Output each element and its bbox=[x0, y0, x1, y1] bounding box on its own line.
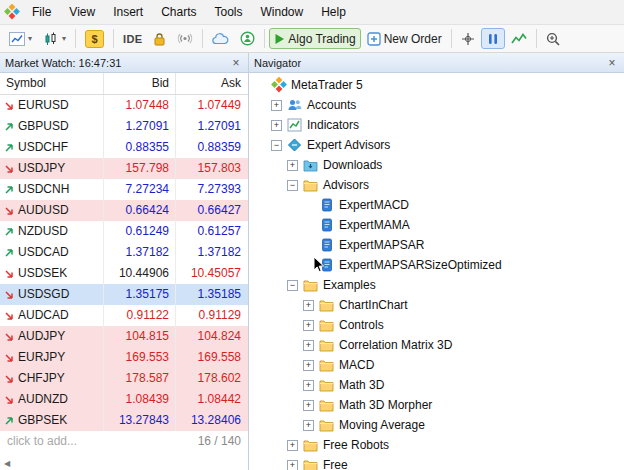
collapse-icon[interactable]: − bbox=[287, 280, 298, 291]
tree-item-math-3d[interactable]: +Math 3D bbox=[249, 375, 624, 395]
market-watch-row[interactable]: AUDJPY104.815104.824 bbox=[0, 326, 248, 347]
tree-item-expertmapsarsizeoptimized[interactable]: ExpertMAPSARSizeOptimized bbox=[249, 255, 624, 275]
market-watch-titlebar[interactable]: Market Watch: 16:47:31 × bbox=[0, 53, 248, 73]
tree-item-indicators[interactable]: +Indicators bbox=[249, 115, 624, 135]
bid-cell: 1.07448 bbox=[104, 95, 176, 116]
tree-item-expertmama[interactable]: ExpertMAMA bbox=[249, 215, 624, 235]
menu-item-charts[interactable]: Charts bbox=[152, 1, 205, 23]
tree-item-controls[interactable]: +Controls bbox=[249, 315, 624, 335]
tree-item-accounts[interactable]: +Accounts bbox=[249, 95, 624, 115]
tree-item-chartinchart[interactable]: +ChartInChart bbox=[249, 295, 624, 315]
tick-down-icon bbox=[0, 284, 18, 305]
tree-item-label: Free Robots bbox=[323, 438, 389, 452]
tree-item-math-3d-morpher[interactable]: +Math 3D Morpher bbox=[249, 395, 624, 415]
expand-icon[interactable]: + bbox=[303, 320, 314, 331]
tree-item-expertmacd[interactable]: ExpertMACD bbox=[249, 195, 624, 215]
chart-type-button[interactable]: ▾ bbox=[38, 28, 71, 49]
new-chart-button[interactable]: ▾ bbox=[4, 28, 37, 49]
expand-icon[interactable]: + bbox=[303, 300, 314, 311]
tree-item-moving-average[interactable]: +Moving Average bbox=[249, 415, 624, 435]
market-watch-row[interactable]: USDSGD1.351751.35185 bbox=[0, 284, 248, 305]
tick-down-icon bbox=[0, 326, 18, 347]
market-watch-row[interactable]: USDCAD1.371821.37182 bbox=[0, 242, 248, 263]
tree-item-downloads[interactable]: +Downloads bbox=[249, 155, 624, 175]
market-watch-row[interactable]: EURUSD1.074481.07449 bbox=[0, 95, 248, 116]
scroll-left-icon[interactable]: ◀ bbox=[4, 459, 10, 468]
tree-item-free[interactable]: +Free bbox=[249, 455, 624, 470]
ask-cell: 10.45057 bbox=[176, 263, 247, 284]
tree-item-label: Free bbox=[323, 458, 348, 470]
cloud-button[interactable] bbox=[207, 28, 234, 49]
market-watch-row[interactable]: AUDUSD0.664240.66427 bbox=[0, 200, 248, 221]
symbols-button[interactable]: $ bbox=[80, 28, 109, 49]
click-to-add[interactable]: click to add... bbox=[7, 431, 77, 451]
expand-icon[interactable]: + bbox=[271, 120, 282, 131]
close-icon[interactable]: × bbox=[229, 56, 243, 70]
market-watch-row[interactable]: USDSEK10.4490610.45057 bbox=[0, 263, 248, 284]
tree-item-expertmapsar[interactable]: ExpertMAPSAR bbox=[249, 235, 624, 255]
folder-icon bbox=[318, 419, 335, 432]
accounts-icon bbox=[286, 98, 303, 112]
expand-icon[interactable]: + bbox=[287, 440, 298, 451]
expand-icon[interactable]: + bbox=[271, 100, 282, 111]
menu-item-insert[interactable]: Insert bbox=[104, 1, 152, 23]
market-watch-row[interactable]: AUDCAD0.911220.91129 bbox=[0, 305, 248, 326]
new-order-button[interactable]: New Order bbox=[362, 28, 447, 49]
navigator-title: Navigator bbox=[254, 57, 301, 69]
tree-item-label: Accounts bbox=[307, 98, 356, 112]
ea-icon bbox=[318, 238, 335, 252]
market-watch-row[interactable]: USDCHF0.883550.88359 bbox=[0, 137, 248, 158]
collapse-icon[interactable]: − bbox=[271, 140, 282, 151]
column-header-ask[interactable]: Ask bbox=[176, 73, 247, 94]
bid-cell: 1.35175 bbox=[104, 284, 176, 305]
signals-button[interactable] bbox=[172, 28, 198, 49]
expand-icon[interactable]: + bbox=[303, 400, 314, 411]
zoom-in-button[interactable] bbox=[541, 28, 565, 49]
market-watch-row[interactable]: USDJPY157.798157.803 bbox=[0, 158, 248, 179]
expand-icon[interactable]: + bbox=[303, 360, 314, 371]
close-icon[interactable]: × bbox=[605, 56, 619, 70]
tree-item-examples[interactable]: −Examples bbox=[249, 275, 624, 295]
tree-item-expert-advisors[interactable]: −Expert Advisors bbox=[249, 135, 624, 155]
tree-item-macd[interactable]: +MACD bbox=[249, 355, 624, 375]
expand-icon[interactable]: + bbox=[287, 160, 298, 171]
menu-item-file[interactable]: File bbox=[23, 1, 60, 23]
navigator-titlebar[interactable]: Navigator × bbox=[249, 53, 624, 73]
tree-item-metatrader-5[interactable]: MetaTrader 5 bbox=[249, 75, 624, 95]
menu-item-view[interactable]: View bbox=[60, 1, 104, 23]
market-watch-row[interactable]: GBPSEK13.2784313.28406 bbox=[0, 410, 248, 431]
tree-item-free-robots[interactable]: +Free Robots bbox=[249, 435, 624, 455]
indicators-icon bbox=[286, 118, 303, 132]
expand-icon[interactable]: + bbox=[287, 460, 298, 470]
menu-item-tools[interactable]: Tools bbox=[206, 1, 252, 23]
data-window-button[interactable] bbox=[481, 28, 505, 49]
algo-trading-button[interactable]: Algo Trading bbox=[269, 28, 360, 49]
menu-item-help[interactable]: Help bbox=[312, 1, 355, 23]
market-watch-row[interactable]: USDCNH7.272347.27393 bbox=[0, 179, 248, 200]
market-watch-row[interactable]: EURJPY169.553169.558 bbox=[0, 347, 248, 368]
expand-icon[interactable]: + bbox=[303, 420, 314, 431]
expand-icon[interactable]: + bbox=[303, 380, 314, 391]
market-watch-row[interactable]: GBPUSD1.270911.27091 bbox=[0, 116, 248, 137]
community-button[interactable] bbox=[235, 28, 260, 49]
toolbar-separator bbox=[264, 29, 265, 48]
crosshair-button[interactable] bbox=[456, 28, 480, 49]
toolbar: ▾ ▾ $ IDE Algo Trading bbox=[0, 25, 624, 53]
metaeditor-ide-button[interactable]: IDE bbox=[118, 28, 147, 49]
lock-button[interactable] bbox=[148, 28, 171, 49]
tree-item-advisors[interactable]: −Advisors bbox=[249, 175, 624, 195]
tick-down-icon bbox=[0, 95, 18, 116]
dollar-icon: $ bbox=[85, 30, 104, 48]
indicator-list-button[interactable] bbox=[506, 28, 532, 49]
column-header-symbol[interactable]: Symbol bbox=[0, 73, 104, 94]
market-watch-row[interactable]: CHFJPY178.587178.602 bbox=[0, 368, 248, 389]
market-watch-row[interactable]: NZDUSD0.612490.61257 bbox=[0, 221, 248, 242]
tree-item-correlation-matrix-3d[interactable]: +Correlation Matrix 3D bbox=[249, 335, 624, 355]
workspace: Market Watch: 16:47:31 × Symbol Bid Ask … bbox=[0, 53, 624, 470]
market-watch-row[interactable]: AUDNZD1.084391.08442 bbox=[0, 389, 248, 410]
collapse-icon[interactable]: − bbox=[287, 180, 298, 191]
column-header-bid[interactable]: Bid bbox=[104, 73, 176, 94]
expand-icon[interactable]: + bbox=[303, 340, 314, 351]
menu-item-window[interactable]: Window bbox=[252, 1, 313, 23]
experts-icon bbox=[286, 138, 303, 152]
